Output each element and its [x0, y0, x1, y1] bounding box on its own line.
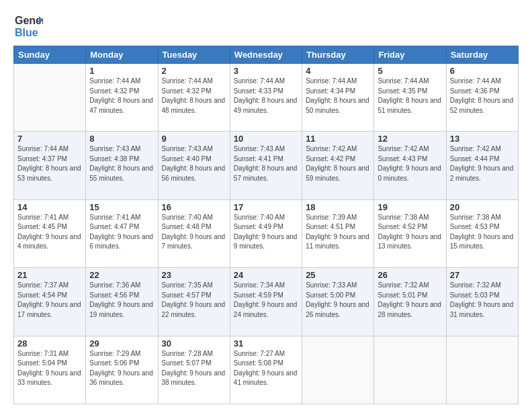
- day-number: 6: [450, 66, 515, 76]
- day-cell: 9Sunrise: 7:43 AMSunset: 4:40 PMDaylight…: [158, 132, 230, 199]
- weekday-thursday: Thursday: [302, 46, 374, 64]
- day-info: Sunrise: 7:43 AMSunset: 4:38 PMDaylight:…: [89, 144, 154, 183]
- day-cell: 22Sunrise: 7:36 AMSunset: 4:56 PMDayligh…: [86, 268, 158, 336]
- day-cell: 28Sunrise: 7:31 AMSunset: 5:04 PMDayligh…: [14, 336, 86, 404]
- day-cell: 14Sunrise: 7:41 AMSunset: 4:45 PMDayligh…: [14, 199, 86, 267]
- day-number: 22: [89, 270, 154, 280]
- day-cell: 29Sunrise: 7:29 AMSunset: 5:06 PMDayligh…: [86, 336, 158, 404]
- day-number: 17: [234, 202, 298, 212]
- day-info: Sunrise: 7:32 AMSunset: 5:03 PMDaylight:…: [450, 281, 515, 320]
- weekday-friday: Friday: [374, 46, 446, 64]
- day-number: 9: [162, 134, 226, 144]
- day-cell: 8Sunrise: 7:43 AMSunset: 4:38 PMDaylight…: [86, 132, 158, 199]
- day-info: Sunrise: 7:31 AMSunset: 5:04 PMDaylight:…: [17, 349, 82, 388]
- day-cell: 13Sunrise: 7:42 AMSunset: 4:44 PMDayligh…: [446, 132, 518, 199]
- day-cell: 17Sunrise: 7:40 AMSunset: 4:49 PMDayligh…: [230, 199, 302, 267]
- week-row-3: 14Sunrise: 7:41 AMSunset: 4:45 PMDayligh…: [14, 199, 519, 267]
- day-cell: 11Sunrise: 7:42 AMSunset: 4:42 PMDayligh…: [302, 132, 374, 199]
- day-info: Sunrise: 7:29 AMSunset: 5:06 PMDaylight:…: [89, 349, 154, 388]
- day-info: Sunrise: 7:39 AMSunset: 4:51 PMDaylight:…: [306, 213, 370, 252]
- day-number: 30: [162, 338, 226, 349]
- page: General Blue SundayMondayTuesdayWednesda…: [0, 0, 532, 411]
- header: General Blue: [13, 11, 519, 40]
- day-cell: 16Sunrise: 7:40 AMSunset: 4:48 PMDayligh…: [158, 199, 230, 267]
- day-number: 1: [89, 66, 154, 76]
- weekday-sunday: Sunday: [14, 46, 86, 64]
- week-row-2: 7Sunrise: 7:44 AMSunset: 4:37 PMDaylight…: [14, 132, 519, 199]
- day-info: Sunrise: 7:28 AMSunset: 5:07 PMDaylight:…: [162, 349, 226, 388]
- day-number: 25: [306, 270, 370, 280]
- day-number: 13: [450, 134, 515, 144]
- day-info: Sunrise: 7:41 AMSunset: 4:45 PMDaylight:…: [17, 213, 82, 252]
- day-info: Sunrise: 7:44 AMSunset: 4:34 PMDaylight:…: [306, 77, 370, 116]
- day-cell: 7Sunrise: 7:44 AMSunset: 4:37 PMDaylight…: [14, 132, 86, 199]
- day-cell: 25Sunrise: 7:33 AMSunset: 5:00 PMDayligh…: [302, 268, 374, 336]
- day-info: Sunrise: 7:44 AMSunset: 4:36 PMDaylight:…: [450, 77, 515, 116]
- day-number: 18: [306, 202, 370, 212]
- day-info: Sunrise: 7:38 AMSunset: 4:53 PMDaylight:…: [450, 213, 515, 252]
- logo: General Blue: [13, 11, 43, 40]
- day-number: 5: [378, 66, 442, 76]
- day-info: Sunrise: 7:44 AMSunset: 4:32 PMDaylight:…: [162, 77, 226, 116]
- day-cell: 26Sunrise: 7:32 AMSunset: 5:01 PMDayligh…: [374, 268, 446, 336]
- day-cell: [14, 64, 86, 132]
- day-cell: 27Sunrise: 7:32 AMSunset: 5:03 PMDayligh…: [446, 268, 518, 336]
- week-row-4: 21Sunrise: 7:37 AMSunset: 4:54 PMDayligh…: [14, 268, 519, 336]
- day-cell: 19Sunrise: 7:38 AMSunset: 4:52 PMDayligh…: [374, 199, 446, 267]
- calendar-table: SundayMondayTuesdayWednesdayThursdayFrid…: [13, 46, 519, 404]
- day-info: Sunrise: 7:35 AMSunset: 4:57 PMDaylight:…: [162, 281, 226, 320]
- day-cell: [302, 336, 374, 404]
- day-number: 27: [450, 270, 515, 280]
- svg-text:General: General: [15, 15, 43, 26]
- day-info: Sunrise: 7:41 AMSunset: 4:47 PMDaylight:…: [89, 213, 154, 252]
- day-cell: 4Sunrise: 7:44 AMSunset: 4:34 PMDaylight…: [302, 64, 374, 132]
- day-number: 12: [378, 134, 442, 144]
- day-cell: 5Sunrise: 7:44 AMSunset: 4:35 PMDaylight…: [374, 64, 446, 132]
- day-info: Sunrise: 7:44 AMSunset: 4:35 PMDaylight:…: [378, 77, 442, 116]
- day-number: 29: [89, 338, 154, 349]
- day-number: 28: [17, 338, 82, 349]
- day-number: 8: [89, 134, 154, 144]
- weekday-saturday: Saturday: [446, 46, 518, 64]
- day-info: Sunrise: 7:43 AMSunset: 4:41 PMDaylight:…: [234, 144, 298, 183]
- day-cell: 6Sunrise: 7:44 AMSunset: 4:36 PMDaylight…: [446, 64, 518, 132]
- day-info: Sunrise: 7:42 AMSunset: 4:44 PMDaylight:…: [450, 144, 515, 183]
- day-cell: 31Sunrise: 7:27 AMSunset: 5:08 PMDayligh…: [230, 336, 302, 404]
- day-info: Sunrise: 7:34 AMSunset: 4:59 PMDaylight:…: [234, 281, 298, 320]
- day-info: Sunrise: 7:38 AMSunset: 4:52 PMDaylight:…: [378, 213, 442, 252]
- day-info: Sunrise: 7:33 AMSunset: 5:00 PMDaylight:…: [306, 281, 370, 320]
- weekday-wednesday: Wednesday: [230, 46, 302, 64]
- week-row-1: 1Sunrise: 7:44 AMSunset: 4:32 PMDaylight…: [14, 64, 519, 132]
- day-cell: 21Sunrise: 7:37 AMSunset: 4:54 PMDayligh…: [14, 268, 86, 336]
- day-cell: 12Sunrise: 7:42 AMSunset: 4:43 PMDayligh…: [374, 132, 446, 199]
- day-cell: 10Sunrise: 7:43 AMSunset: 4:41 PMDayligh…: [230, 132, 302, 199]
- day-number: 26: [378, 270, 442, 280]
- day-cell: 20Sunrise: 7:38 AMSunset: 4:53 PMDayligh…: [446, 199, 518, 267]
- svg-text:Blue: Blue: [15, 27, 38, 38]
- day-number: 4: [306, 66, 370, 76]
- day-cell: 15Sunrise: 7:41 AMSunset: 4:47 PMDayligh…: [86, 199, 158, 267]
- day-info: Sunrise: 7:27 AMSunset: 5:08 PMDaylight:…: [234, 349, 298, 388]
- day-cell: 24Sunrise: 7:34 AMSunset: 4:59 PMDayligh…: [230, 268, 302, 336]
- day-cell: 1Sunrise: 7:44 AMSunset: 4:32 PMDaylight…: [86, 64, 158, 132]
- day-number: 24: [234, 270, 298, 280]
- day-number: 20: [450, 202, 515, 212]
- day-info: Sunrise: 7:36 AMSunset: 4:56 PMDaylight:…: [89, 281, 154, 320]
- day-info: Sunrise: 7:42 AMSunset: 4:43 PMDaylight:…: [378, 144, 442, 183]
- day-number: 15: [89, 202, 154, 212]
- day-cell: [446, 336, 518, 404]
- day-number: 19: [378, 202, 442, 212]
- day-number: 14: [17, 202, 82, 212]
- day-info: Sunrise: 7:44 AMSunset: 4:32 PMDaylight:…: [89, 77, 154, 116]
- day-number: 23: [162, 270, 226, 280]
- day-info: Sunrise: 7:43 AMSunset: 4:40 PMDaylight:…: [162, 144, 226, 183]
- day-number: 11: [306, 134, 370, 144]
- day-info: Sunrise: 7:44 AMSunset: 4:37 PMDaylight:…: [17, 144, 82, 183]
- weekday-header-row: SundayMondayTuesdayWednesdayThursdayFrid…: [14, 46, 519, 64]
- day-info: Sunrise: 7:44 AMSunset: 4:33 PMDaylight:…: [234, 77, 298, 116]
- logo-icon: General Blue: [13, 11, 43, 40]
- week-row-5: 28Sunrise: 7:31 AMSunset: 5:04 PMDayligh…: [14, 336, 519, 404]
- day-number: 21: [17, 270, 82, 280]
- day-number: 31: [234, 338, 298, 349]
- day-info: Sunrise: 7:32 AMSunset: 5:01 PMDaylight:…: [378, 281, 442, 320]
